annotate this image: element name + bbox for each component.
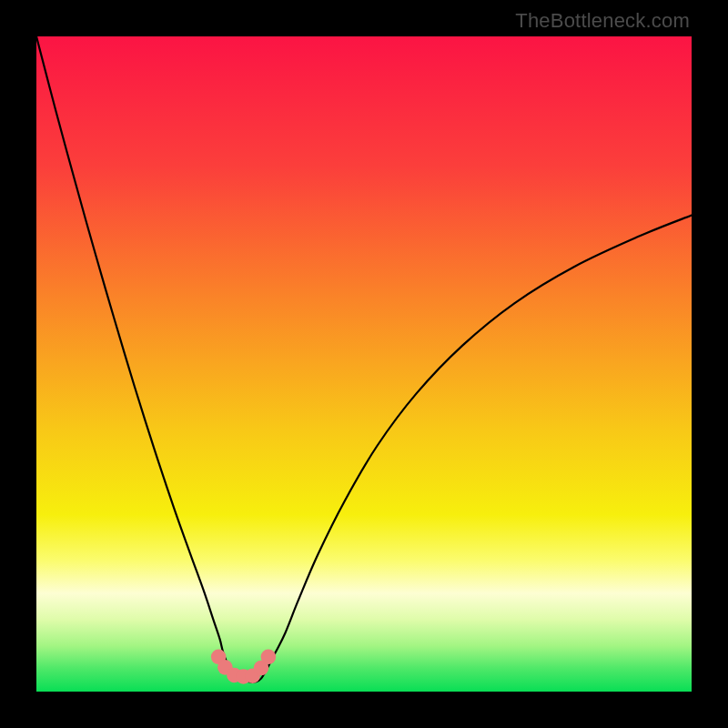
chart-frame: TheBottleneck.com (0, 0, 728, 728)
valley-dot (261, 650, 277, 665)
plot-area (36, 36, 692, 692)
valley-markers (211, 650, 276, 684)
curve-layer (36, 36, 692, 692)
bottleneck-curve (36, 36, 692, 682)
watermark-label: TheBottleneck.com (515, 9, 690, 33)
